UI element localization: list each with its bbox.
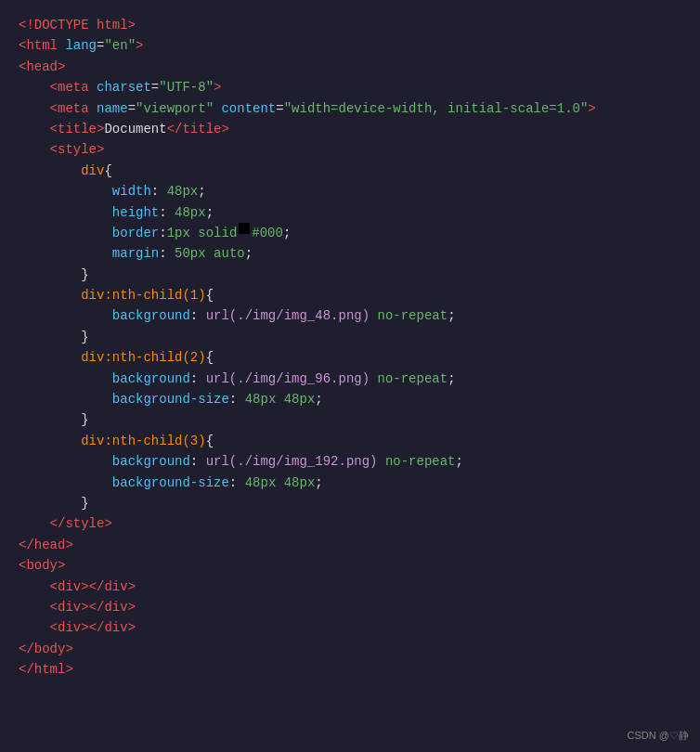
code-token: margin — [112, 243, 159, 264]
code-token: : — [151, 181, 167, 201]
code-line: height: 48px; — [19, 202, 681, 223]
code-token: no-repeat — [378, 369, 448, 389]
code-line: background: url(./img/img_192.png) no-re… — [19, 451, 681, 472]
code-line: background-size: 48px 48px; — [19, 389, 681, 409]
code-token: </div> — [89, 597, 136, 617]
code-token: <html — [19, 35, 58, 56]
code-token: 48px — [245, 473, 277, 493]
code-token: </html> — [19, 659, 73, 680]
code-token: </head> — [19, 535, 73, 555]
code-line: <div></div> — [19, 597, 681, 617]
code-token: <title> — [50, 119, 105, 139]
code-token: 1px — [167, 223, 190, 243]
code-token: name — [89, 98, 128, 119]
code-token: url(./img/img_192.png) — [206, 451, 378, 472]
code-token: background — [112, 451, 190, 472]
code-token: ; — [447, 369, 455, 389]
code-token: "viewport" — [136, 98, 214, 119]
code-token: <!DOCTYPE html> — [19, 15, 136, 35]
code-token: > — [214, 77, 221, 97]
code-line: <meta charset="UTF-8"> — [19, 77, 681, 97]
code-token: <head> — [19, 57, 65, 77]
code-token: ; — [315, 473, 322, 493]
code-token: ; — [206, 202, 214, 223]
code-editor: <!DOCTYPE html><html lang="en"><head> <m… — [19, 15, 681, 681]
code-token: background-size — [112, 389, 229, 409]
code-line: background-size: 48px 48px; — [19, 473, 681, 493]
code-token: ; — [456, 451, 463, 472]
watermark: CSDN @♡静 — [628, 728, 689, 745]
code-token: url(./img/img_48.png) — [206, 305, 369, 326]
color-swatch-icon — [239, 223, 250, 234]
code-line: } — [19, 265, 681, 285]
code-token: : — [190, 305, 206, 326]
code-token: charset — [89, 77, 151, 97]
code-token: background — [112, 369, 190, 389]
code-token: #000 — [252, 223, 283, 243]
code-token: </body> — [19, 639, 73, 659]
code-token: ; — [447, 305, 455, 326]
code-token: } — [81, 265, 88, 285]
code-token — [369, 369, 377, 389]
code-token: div — [81, 161, 104, 181]
code-token — [276, 389, 283, 409]
code-line: background: url(./img/img_48.png) no-rep… — [19, 305, 681, 326]
code-line: <head> — [19, 57, 681, 77]
code-line: div:nth-child(2){ — [19, 347, 681, 368]
code-token: no-repeat — [378, 305, 448, 326]
code-line: <!DOCTYPE html> — [19, 15, 681, 35]
code-token: Document — [104, 119, 166, 139]
code-token — [369, 305, 377, 326]
code-token — [378, 451, 385, 472]
code-token: border — [112, 223, 159, 243]
code-token: auto — [214, 243, 245, 264]
code-line: div{ — [19, 161, 681, 181]
code-token: background — [112, 305, 190, 326]
code-token: { — [104, 161, 111, 181]
code-token: <div> — [50, 577, 89, 597]
code-token: { — [206, 285, 214, 305]
code-token: { — [206, 431, 214, 451]
code-token: "UTF-8" — [159, 77, 214, 97]
code-token: <body> — [19, 555, 65, 576]
code-token: : — [190, 369, 206, 389]
code-token: = — [151, 77, 159, 97]
code-line: </html> — [19, 659, 681, 680]
code-token: 48px — [175, 202, 206, 223]
code-line: <div></div> — [19, 617, 681, 638]
code-token: : — [159, 202, 175, 223]
code-token: > — [136, 35, 143, 56]
code-line: <div></div> — [19, 577, 681, 597]
code-token: = — [276, 98, 283, 119]
code-token: </style> — [50, 513, 112, 534]
code-line: background: url(./img/img_96.png) no-rep… — [19, 369, 681, 389]
code-token: lang — [58, 35, 97, 56]
code-line: margin: 50px auto; — [19, 243, 681, 264]
code-token — [276, 473, 283, 493]
code-token: ; — [283, 223, 291, 243]
code-token: 48px — [284, 473, 316, 493]
code-token: > — [588, 98, 595, 119]
code-token: </div> — [89, 577, 136, 597]
code-token: 48px — [284, 389, 316, 409]
code-line: width: 48px; — [19, 181, 681, 201]
code-token: <meta — [50, 98, 89, 119]
code-token: "width=device-width, initial-scale=1.0" — [284, 98, 589, 119]
code-token: } — [81, 409, 88, 430]
code-token: </div> — [89, 617, 136, 638]
code-token: 48px — [245, 389, 277, 409]
code-token: url(./img/img_96.png) — [206, 369, 369, 389]
code-line: </head> — [19, 535, 681, 555]
code-line: } — [19, 327, 681, 347]
code-token: <div> — [50, 597, 89, 617]
code-line: <html lang="en"> — [19, 35, 681, 56]
code-token: </title> — [167, 119, 229, 139]
code-line: div:nth-child(1){ — [19, 285, 681, 305]
code-line: } — [19, 409, 681, 430]
code-token: } — [81, 493, 88, 513]
code-token: : — [159, 223, 166, 243]
code-token: width — [112, 181, 151, 201]
code-token: background-size — [112, 473, 229, 493]
code-token: div:nth-child(3) — [81, 431, 205, 451]
code-line: <title>Document</title> — [19, 119, 681, 139]
